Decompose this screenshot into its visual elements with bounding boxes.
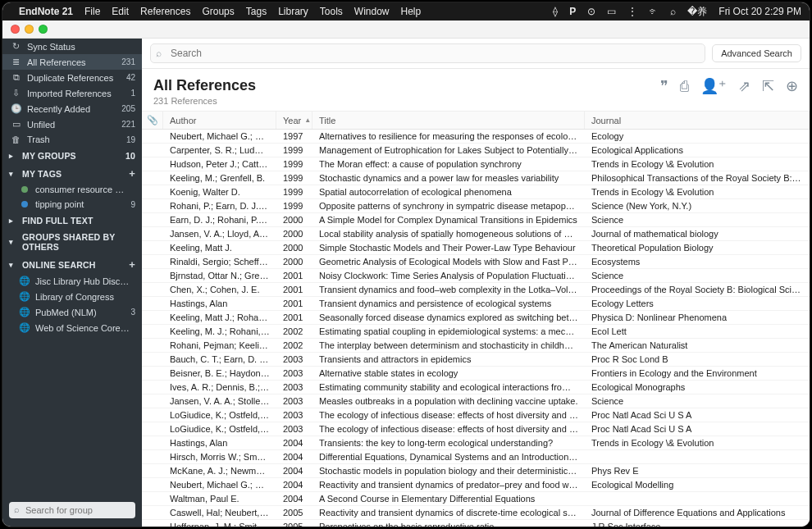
column-journal[interactable]: Journal (585, 112, 810, 129)
sidebar-header-find-full-text[interactable]: ▸FIND FULL TEXT (2, 212, 142, 228)
copy-icon[interactable]: ⎙ (680, 78, 689, 95)
menu-window[interactable]: Window (354, 6, 390, 17)
table-row[interactable]: Keeling, M. J.; Rohani, P.2002Estimating… (142, 325, 810, 339)
minimize-window-button[interactable] (25, 25, 34, 34)
sidebar-item-web-of-science-core-collectio-[interactable]: 🌐Web of Science Core Collectio… (2, 320, 142, 335)
add-person-icon[interactable]: 👤⁺ (700, 77, 727, 95)
table-row[interactable]: Rohani, Pejman; Keeling, Matth…2002The i… (142, 339, 810, 353)
status-icon[interactable]: ⟠ (553, 6, 558, 17)
menu-tools[interactable]: Tools (320, 6, 343, 17)
sidebar-item-library-of-congress[interactable]: 🌐Library of Congress (2, 289, 142, 304)
menu-groups[interactable]: Groups (202, 6, 234, 17)
sidebar-item-duplicate-references[interactable]: ⧉Duplicate References42 (2, 70, 142, 85)
battery-icon[interactable]: ▭ (607, 6, 616, 17)
table-row[interactable]: Keeling, M.; Grenfell, B.1999Stochastic … (142, 171, 810, 185)
sidebar-item-label: PubMed (NLM) (35, 308, 125, 317)
table-row[interactable]: Keeling, Matt J.; Rohani, Pejma…2001Seas… (142, 311, 810, 325)
table-row[interactable]: Koenig, Walter D.1999Spatial autocorrela… (142, 185, 810, 199)
table-row[interactable]: Hudson, Peter J.; Cattadori, Isa…1999The… (142, 157, 810, 171)
menu-references[interactable]: References (140, 6, 190, 17)
menu-edit[interactable]: Edit (112, 6, 129, 17)
cell-author: LoGiudice, K.; Ostfeld, R. S.; Sc… (163, 422, 276, 436)
share-icon[interactable]: ⇗ (738, 77, 750, 95)
status-icon-p[interactable]: P (569, 6, 576, 17)
sidebar-header-my-groups[interactable]: ▸MY GROUPS10 (2, 147, 142, 163)
sidebar-item-count: 205 (121, 104, 135, 113)
menu-tags[interactable]: Tags (246, 6, 267, 17)
sidebar-item-unfiled[interactable]: ▭Unfiled221 (2, 116, 142, 132)
cell-attachment (142, 381, 163, 394)
table-row[interactable]: Earn, D. J.; Rohani, P.; Bolker, B…2000A… (142, 213, 810, 227)
column-attachment[interactable]: 📎 (142, 112, 163, 129)
status-icon-circle[interactable]: ⊙ (587, 6, 595, 17)
cell-title: Transients and attractors in epidemics (312, 353, 585, 366)
table-row[interactable]: McKane, A. J.; Newman, T. J.2004Stochast… (142, 464, 810, 478)
search-input[interactable] (150, 43, 705, 63)
table-row[interactable]: Hastings, Alan2001Transient dynamics and… (142, 297, 810, 311)
clock[interactable]: Fri Oct 20 2:29 PM (718, 6, 801, 17)
table-row[interactable]: Rohani, P.; Earn, D. J.; Grenfell,…1999O… (142, 199, 810, 213)
zoom-window-button[interactable] (39, 25, 48, 34)
add-icon[interactable]: + (129, 167, 135, 180)
menu-file[interactable]: File (84, 6, 100, 17)
sidebar-item-trash[interactable]: 🗑Trash19 (2, 132, 142, 147)
web-icon[interactable]: ⊕ (786, 77, 798, 95)
cell-year: 2004 (276, 450, 312, 463)
table-row[interactable]: Keeling, Matt J.2000Simple Stochastic Mo… (142, 241, 810, 255)
table-row[interactable]: Hastings, Alan2004Transients: the key to… (142, 436, 810, 450)
cell-journal: Trends in Ecology \& Evolution (585, 436, 810, 449)
table-row[interactable]: LoGiudice, K.; Ostfeld, R. S.; Sc…2003Th… (142, 422, 810, 436)
wifi-icon[interactable]: ᯤ (649, 6, 659, 17)
column-author[interactable]: Author (163, 112, 276, 129)
table-row[interactable]: Rinaldi, Sergio; Scheffer, Marten2000Geo… (142, 255, 810, 269)
column-year[interactable]: Year▲ (276, 112, 312, 129)
sidebar-item-sync-status[interactable]: ↻Sync Status (2, 39, 142, 54)
table-row[interactable]: Bjrnstad, Ottar N.; Grenfell, Bry…2001No… (142, 269, 810, 283)
sidebar-item-consumer-resource-model[interactable]: consumer resource model (2, 182, 142, 197)
status-icon-bar[interactable]: ⋮ (627, 6, 637, 17)
cell-journal: Ecological Monographs (585, 381, 810, 394)
table-row[interactable]: Beisner, B. E.; Haydon, D. T.; C…2003Alt… (142, 367, 810, 381)
table-row[interactable]: Caswell, Hal; Neubert, Michael…2005React… (142, 506, 810, 520)
quote-icon[interactable]: ❞ (660, 77, 668, 95)
sidebar-item-all-references[interactable]: ≣All References231 (2, 54, 142, 70)
table-row[interactable]: Bauch, C. T.; Earn, D. J. D.2003Transien… (142, 353, 810, 367)
table-row[interactable]: LoGiudice, K.; Ostfeld, R. S.; Sc…2003Th… (142, 408, 810, 422)
search-spotlight-icon[interactable]: ⌕ (670, 6, 676, 17)
table-row[interactable]: Hirsch, Morris W.; Smale, Step…2004Diffe… (142, 450, 810, 464)
table-row[interactable]: Neubert, Michael G.; Klanjscek,…2004Reac… (142, 478, 810, 492)
cell-attachment (142, 408, 163, 422)
cell-year: 2004 (276, 436, 312, 449)
control-center-icon[interactable]: �养 (687, 5, 707, 19)
sidebar-header-groups-shared-by-others[interactable]: ▾GROUPS SHARED BY OTHERS (2, 228, 142, 254)
add-icon[interactable]: + (129, 258, 135, 271)
table-row[interactable]: Jansen, V. A.; Lloyd, A. L.2000Local sta… (142, 227, 810, 241)
sidebar-item-tipping-point[interactable]: tipping point9 (2, 197, 142, 212)
cell-attachment (142, 269, 163, 282)
table-row[interactable]: Waltman, Paul E.2004A Second Course in E… (142, 492, 810, 506)
table-row[interactable]: Ives, A. R.; Dennis, B.; Cottingh…2003Es… (142, 381, 810, 394)
table-row[interactable]: Heffernan, J. M.; Smith, R. J.; …2005Per… (142, 520, 810, 527)
menu-library[interactable]: Library (278, 6, 308, 17)
table-row[interactable]: Carpenter, S. R.; Ludwig, D.; Br…1999Man… (142, 144, 810, 157)
cell-title: Reactivity and transient dynamics of pre… (312, 478, 585, 491)
sidebar-header-online-search[interactable]: ▾ONLINE SEARCH+ (2, 254, 142, 273)
sidebar-item-recently-added[interactable]: 🕒Recently Added205 (2, 101, 142, 116)
column-title[interactable]: Title (312, 112, 585, 129)
sidebar-item-pubmed-nlm-[interactable]: 🌐PubMed (NLM)3 (2, 304, 142, 320)
sidebar-header-my-tags[interactable]: ▾MY TAGS+ (2, 163, 142, 182)
app-name[interactable]: EndNote 21 (19, 6, 73, 17)
advanced-search-button[interactable]: Advanced Search (712, 44, 801, 62)
table-row[interactable]: Neubert, Michael G.; Caswell,…1997Altern… (142, 130, 810, 144)
sidebar-search-input[interactable] (9, 502, 135, 518)
close-window-button[interactable] (11, 25, 20, 34)
cell-title: The ecology of infectious disease: effec… (312, 422, 585, 436)
sidebar-item-imported-references[interactable]: ⇩Imported References1 (2, 85, 142, 101)
export-icon[interactable]: ⇱ (762, 77, 774, 95)
cell-author: Jansen, V. A.; Lloyd, A. L. (163, 227, 276, 240)
cell-author: Neubert, Michael G.; Klanjscek,… (163, 478, 276, 491)
table-row[interactable]: Jansen, V. A. A.; Stollenwerk, N…2003Mea… (142, 394, 810, 408)
sidebar-item-jisc-library-hub-discover[interactable]: 🌐Jisc Library Hub Discover (2, 273, 142, 289)
menu-help[interactable]: Help (401, 6, 422, 17)
table-row[interactable]: Chen, X.; Cohen, J. E.2001Transient dyna… (142, 283, 810, 297)
